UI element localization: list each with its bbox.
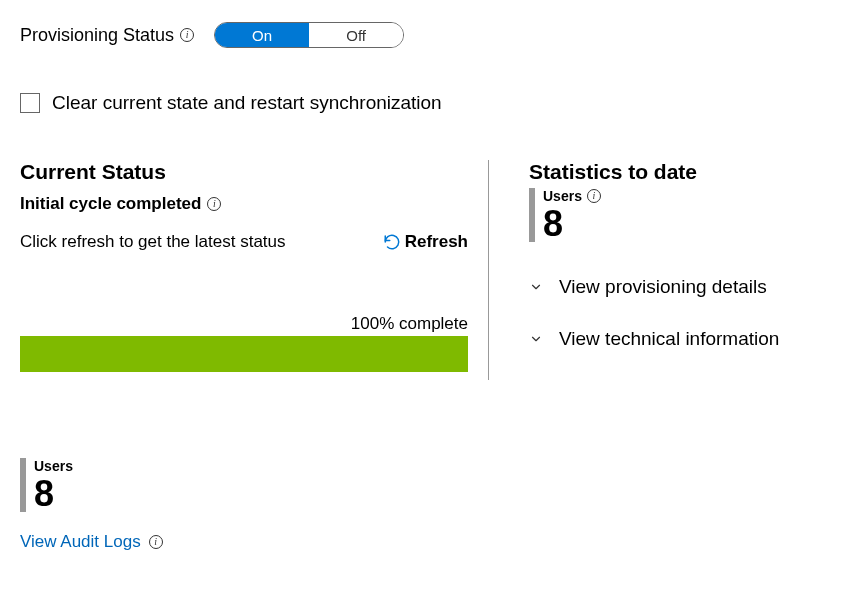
expand-label: View provisioning details — [559, 276, 767, 298]
chevron-down-icon — [529, 280, 543, 294]
info-icon[interactable]: i — [149, 535, 163, 549]
refresh-helper-text: Click refresh to get the latest status — [20, 232, 286, 252]
clear-state-label: Clear current state and restart synchron… — [52, 92, 442, 114]
view-audit-logs-link[interactable]: View Audit Logs — [20, 532, 141, 552]
users-stat-value-bottom: 8 — [34, 476, 73, 512]
expand-label: View technical information — [559, 328, 779, 350]
toggle-option-off[interactable]: Off — [309, 23, 403, 47]
cycle-completed-label: Initial cycle completed — [20, 194, 201, 214]
info-icon[interactable]: i — [207, 197, 221, 211]
info-icon[interactable]: i — [587, 189, 601, 203]
view-technical-information[interactable]: View technical information — [529, 328, 824, 350]
users-stat-label-bottom: Users — [34, 458, 73, 474]
provisioning-status-label: Provisioning Status — [20, 25, 174, 46]
statistics-heading: Statistics to date — [529, 160, 824, 184]
progress-bar — [20, 336, 468, 372]
provisioning-toggle[interactable]: On Off — [214, 22, 404, 48]
stat-marker — [20, 458, 26, 512]
info-icon[interactable]: i — [180, 28, 194, 42]
refresh-icon — [383, 233, 401, 251]
users-stat-value: 8 — [543, 206, 601, 242]
refresh-button[interactable]: Refresh — [383, 232, 468, 252]
progress-text: 100% complete — [20, 314, 468, 334]
clear-state-checkbox[interactable] — [20, 93, 40, 113]
chevron-down-icon — [529, 332, 543, 346]
stat-marker — [529, 188, 535, 242]
users-stat-label: Users — [543, 188, 582, 204]
current-status-heading: Current Status — [20, 160, 468, 184]
refresh-label: Refresh — [405, 232, 468, 252]
toggle-option-on[interactable]: On — [215, 23, 309, 47]
view-provisioning-details[interactable]: View provisioning details — [529, 276, 824, 298]
